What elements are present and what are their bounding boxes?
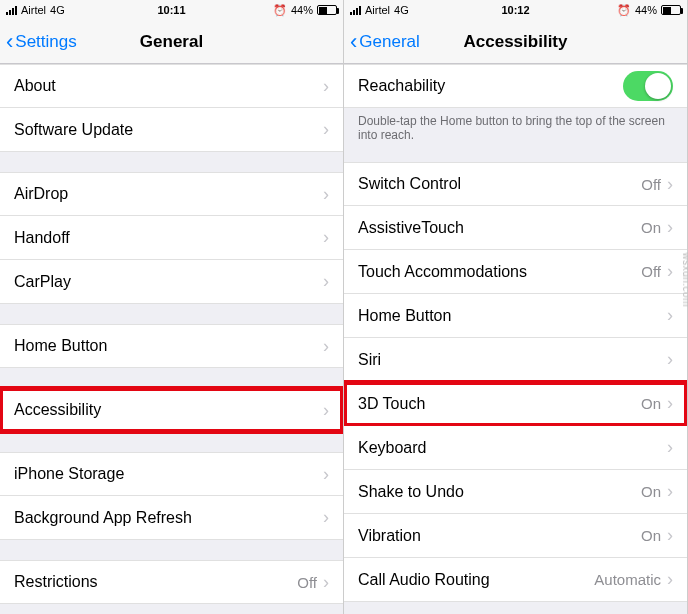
alarm-icon: ⏰ xyxy=(273,4,287,17)
back-button[interactable]: ‹ General xyxy=(344,31,420,53)
status-bar: Airtel 4G 10:11 ⏰ 44% xyxy=(0,0,343,20)
battery-icon xyxy=(661,5,681,15)
chevron-left-icon: ‹ xyxy=(350,31,357,53)
row-background-app-refresh[interactable]: Background App Refresh› xyxy=(0,496,343,540)
chevron-right-icon: › xyxy=(323,184,329,205)
row-carplay[interactable]: CarPlay› xyxy=(0,260,343,304)
chevron-left-icon: ‹ xyxy=(6,31,13,53)
row-software-update[interactable]: Software Update› xyxy=(0,108,343,152)
chevron-right-icon: › xyxy=(323,336,329,357)
row-handoff[interactable]: Handoff› xyxy=(0,216,343,260)
chevron-right-icon: › xyxy=(323,271,329,292)
row-keyboard[interactable]: Keyboard› xyxy=(344,426,687,470)
chevron-right-icon: › xyxy=(667,525,673,546)
page-title: Accessibility xyxy=(464,32,568,52)
chevron-right-icon: › xyxy=(667,481,673,502)
network-label: 4G xyxy=(394,4,409,16)
row-about[interactable]: About› xyxy=(0,64,343,108)
back-label: General xyxy=(359,32,419,52)
chevron-right-icon: › xyxy=(667,393,673,414)
chevron-right-icon: › xyxy=(667,349,673,370)
chevron-right-icon: › xyxy=(323,119,329,140)
chevron-right-icon: › xyxy=(667,174,673,195)
battery-pct: 44% xyxy=(291,4,313,16)
page-title: General xyxy=(140,32,203,52)
row-touch-accommodations[interactable]: Touch AccommodationsOff› xyxy=(344,250,687,294)
row-shake-to-undo[interactable]: Shake to UndoOn› xyxy=(344,470,687,514)
carrier-label: Airtel xyxy=(21,4,46,16)
chevron-right-icon: › xyxy=(323,464,329,485)
row-vibration[interactable]: VibrationOn› xyxy=(344,514,687,558)
alarm-icon: ⏰ xyxy=(617,4,631,17)
chevron-right-icon: › xyxy=(323,76,329,97)
watermark: wsxdn.com xyxy=(682,252,689,307)
chevron-right-icon: › xyxy=(323,227,329,248)
row-accessibility[interactable]: Accessibility› xyxy=(0,388,343,432)
chevron-right-icon: › xyxy=(667,305,673,326)
back-label: Settings xyxy=(15,32,76,52)
status-time: 10:11 xyxy=(157,4,185,16)
row-switch-control[interactable]: Switch ControlOff› xyxy=(344,162,687,206)
screen-accessibility: Airtel 4G 10:12 ⏰ 44% ‹ General Accessib… xyxy=(344,0,688,614)
chevron-right-icon: › xyxy=(323,400,329,421)
section-hearing: HEARING xyxy=(344,602,687,614)
row-siri[interactable]: Siri› xyxy=(344,338,687,382)
battery-icon xyxy=(317,5,337,15)
chevron-right-icon: › xyxy=(667,569,673,590)
row-iphone-storage[interactable]: iPhone Storage› xyxy=(0,452,343,496)
battery-pct: 44% xyxy=(635,4,657,16)
reachability-toggle[interactable] xyxy=(623,71,673,101)
signal-icon xyxy=(350,5,361,15)
row-reachability[interactable]: Reachability xyxy=(344,64,687,108)
back-button[interactable]: ‹ Settings xyxy=(0,31,77,53)
chevron-right-icon: › xyxy=(667,437,673,458)
network-label: 4G xyxy=(50,4,65,16)
chevron-right-icon: › xyxy=(323,572,329,593)
row-airdrop[interactable]: AirDrop› xyxy=(0,172,343,216)
chevron-right-icon: › xyxy=(667,217,673,238)
row-restrictions[interactable]: RestrictionsOff› xyxy=(0,560,343,604)
carrier-label: Airtel xyxy=(365,4,390,16)
row-assistivetouch[interactable]: AssistiveTouchOn› xyxy=(344,206,687,250)
signal-icon xyxy=(6,5,17,15)
status-bar: Airtel 4G 10:12 ⏰ 44% xyxy=(344,0,687,20)
reachability-footer: Double-tap the Home button to bring the … xyxy=(344,108,687,142)
row-home-button[interactable]: Home Button› xyxy=(0,324,343,368)
row-3d-touch[interactable]: 3D TouchOn› xyxy=(344,382,687,426)
row-home-button[interactable]: Home Button› xyxy=(344,294,687,338)
row-call-audio-routing[interactable]: Call Audio RoutingAutomatic› xyxy=(344,558,687,602)
chevron-right-icon: › xyxy=(667,261,673,282)
nav-bar: ‹ General Accessibility xyxy=(344,20,687,64)
nav-bar: ‹ Settings General xyxy=(0,20,343,64)
settings-list[interactable]: About› Software Update› AirDrop› Handoff… xyxy=(0,64,343,614)
screen-general: Airtel 4G 10:11 ⏰ 44% ‹ Settings General… xyxy=(0,0,344,614)
status-time: 10:12 xyxy=(501,4,529,16)
settings-list[interactable]: Reachability Double-tap the Home button … xyxy=(344,64,687,614)
chevron-right-icon: › xyxy=(323,507,329,528)
